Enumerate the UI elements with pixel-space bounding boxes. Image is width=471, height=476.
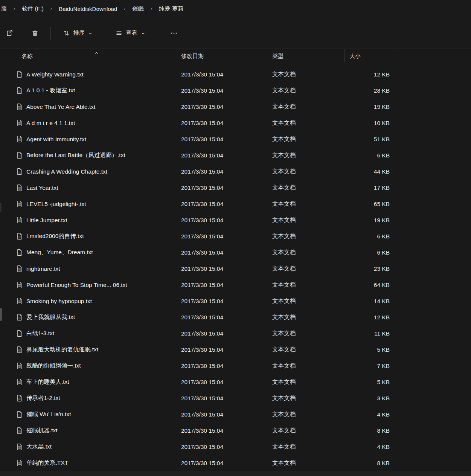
file-name: 爱上我就服从我.txt [26,313,75,321]
file-row[interactable]: 残酷的御姐纲领一.txt 2017/3/30 15:04 文本文档 7 KB [0,358,471,374]
file-row[interactable]: Agent with Immunity.txt 2017/3/30 15:04 … [0,131,471,147]
file-date: 2017/3/30 15:04 [176,298,267,305]
file-row[interactable]: A Weighty Warning.txt 2017/3/30 15:04 文本… [0,66,471,82]
sort-icon [62,29,70,37]
view-button[interactable]: 查看 [111,26,149,40]
file-name: Little Jumper.txt [26,217,67,224]
file-row[interactable]: nightmare.txt 2017/3/30 15:04 文本文档 23 KB [0,261,471,277]
horizontal-scrollbar-track[interactable] [0,471,471,476]
file-row[interactable]: 白纸1-3.txt 2017/3/30 15:04 文本文档 11 KB [0,325,471,342]
column-header-name[interactable]: 名称 [0,49,176,63]
file-type: 文本文档 [267,330,344,337]
breadcrumb-item-4[interactable]: 纯爱·萝莉 [155,3,187,14]
file-row[interactable]: 车上的睡美人.txt 2017/3/30 15:04 文本文档 5 KB [0,374,471,390]
file-name: Last Year.txt [26,185,58,191]
toolbar-divider [50,27,51,40]
file-size: 51 KB [344,136,395,143]
text-file-icon [17,265,22,272]
column-header-type[interactable]: 类型 [267,49,344,63]
left-scrollbar-thumb[interactable] [0,308,2,321]
command-toolbar: 排序 查看 [0,17,471,49]
file-type: 文本文档 [267,410,344,418]
file-row[interactable]: 传承者1-2.txt 2017/3/30 15:04 文本文档 3 KB [0,390,471,406]
file-date: 2017/3/30 15:04 [176,460,267,467]
file-row[interactable]: 单纯的关系.TXT 2017/3/30 15:04 文本文档 8 KB [0,455,471,471]
file-row[interactable]: Little Jumper.txt 2017/3/30 15:04 文本文档 1… [0,212,471,228]
column-header-filler [395,49,471,63]
file-name-cell: 催眠机器.txt [0,427,176,435]
file-row[interactable]: 爱上我就服从我.txt 2017/3/30 15:04 文本文档 12 KB [0,309,471,325]
breadcrumb-separator-icon: › [151,6,152,11]
delete-button[interactable] [27,26,43,40]
file-row[interactable]: 大水晶.txt 2017/3/30 15:04 文本文档 4 KB [0,439,471,455]
file-name-cell: Lmsfed2000的自传.txt [0,232,176,240]
file-name-cell: Agent with Immunity.txt [0,136,176,143]
text-file-icon [17,443,22,450]
file-date: 2017/3/30 15:04 [176,87,267,94]
file-size: 7 KB [344,363,395,369]
file-row[interactable]: Crashing A Wedding Chapte.txt 2017/3/30 … [0,163,471,180]
file-row[interactable]: 催眠机器.txt 2017/3/30 15:04 文本文档 8 KB [0,423,471,439]
file-type: 文本文档 [267,103,344,111]
file-size: 12 KB [344,71,395,78]
file-date: 2017/3/30 15:04 [176,379,267,386]
file-date: 2017/3/30 15:04 [176,411,267,418]
file-name-cell: Meng、Yume、Dream.txt [0,249,176,256]
file-row[interactable]: Above That Ye Are Able.txt 2017/3/30 15:… [0,99,471,115]
ellipsis-icon [170,29,178,37]
file-row[interactable]: 鼻屎般大动机的复仇催眠.txt 2017/3/30 15:04 文本文档 5 K… [0,342,471,358]
file-name-cell: 残酷的御姐纲领一.txt [0,362,176,370]
file-row[interactable]: A d m i r e 4 1 1.txt 2017/3/30 15:04 文本… [0,115,471,131]
file-size: 8 KB [344,460,395,467]
file-name-cell: 鼻屎般大动机的复仇催眠.txt [0,346,176,354]
file-name-cell: nightmare.txt [0,265,176,272]
file-row[interactable]: Lmsfed2000的自传.txt 2017/3/30 15:04 文本文档 6… [0,228,471,244]
file-name: 鼻屎般大动机的复仇催眠.txt [26,346,98,354]
file-size: 10 KB [344,120,395,127]
file-row[interactable]: Before the Last Battle（风过迴廊）.txt 2017/3/… [0,147,471,163]
file-name-cell: Last Year.txt [0,184,176,191]
file-date: 2017/3/30 15:04 [176,185,267,191]
more-options-button[interactable] [166,26,182,40]
file-date: 2017/3/30 15:04 [176,314,267,321]
breadcrumb: 脑›软件 (F:)›BaiduNetdiskDownload›催眠›纯爱·萝莉 [0,3,187,14]
file-name: A d m i r e 4 1 1.txt [26,120,75,127]
file-size: 64 KB [344,282,395,288]
text-file-icon [17,314,22,321]
breadcrumb-item-3[interactable]: 催眠 [129,3,147,14]
trash-icon [31,29,39,37]
breadcrumb-item-2[interactable]: BaiduNetdiskDownload [55,4,120,14]
file-size: 4 KB [344,444,395,450]
file-date: 2017/3/30 15:04 [176,104,267,110]
file-name-cell: 催眠 Wu' Lia'n.txt [0,410,176,418]
file-type: 文本文档 [267,427,344,435]
file-row[interactable]: LEVEL5 -judgelight-.txt 2017/3/30 15:04 … [0,196,471,212]
file-name: 催眠机器.txt [26,427,58,435]
column-header-date[interactable]: 修改日期 [176,49,267,63]
file-date: 2017/3/30 15:04 [176,71,267,78]
file-name-cell: Powerful Enough To Stop Time... 06.txt [0,281,176,288]
file-name: Before the Last Battle（风过迴廊）.txt [26,151,125,159]
file-row[interactable]: Last Year.txt 2017/3/30 15:04 文本文档 17 KB [0,180,471,196]
file-name-cell: Smoking by hypnopup.txt [0,298,176,305]
file-size: 12 KB [344,314,395,321]
breadcrumb-item-1[interactable]: 软件 (F:) [18,3,47,14]
file-size: 23 KB [344,265,395,272]
file-date: 2017/3/30 15:04 [176,444,267,450]
share-button[interactable] [2,26,17,40]
file-row[interactable]: 催眠 Wu' Lia'n.txt 2017/3/30 15:04 文本文档 4 … [0,406,471,423]
file-date: 2017/3/30 15:04 [176,136,267,143]
file-size: 44 KB [344,168,395,175]
column-header-size[interactable]: 大小 [344,49,395,63]
file-row[interactable]: A 1 0 1 - 吸烟室.txt 2017/3/30 15:04 文本文档 2… [0,82,471,99]
text-file-icon [17,200,22,207]
sort-button[interactable]: 排序 [58,26,97,40]
file-row[interactable]: Meng、Yume、Dream.txt 2017/3/30 15:04 文本文档… [0,244,471,261]
file-row[interactable]: Smoking by hypnopup.txt 2017/3/30 15:04 … [0,293,471,309]
file-size: 6 KB [344,249,395,256]
breadcrumb-item-0[interactable]: 脑 [0,3,10,14]
file-type: 文本文档 [267,216,344,224]
text-file-icon [17,168,22,175]
file-row[interactable]: Powerful Enough To Stop Time... 06.txt 2… [0,277,471,293]
text-file-icon [17,249,22,256]
